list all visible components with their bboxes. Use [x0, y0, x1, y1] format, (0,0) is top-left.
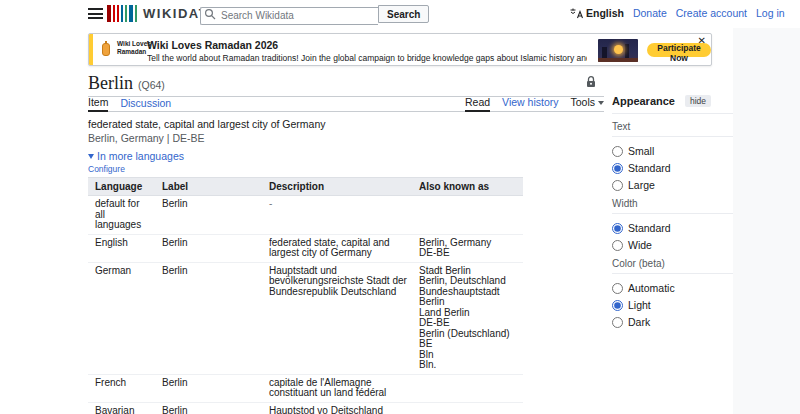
search-input[interactable]	[200, 7, 378, 25]
cell-also-known-as[interactable]	[413, 374, 523, 402]
cell-language: English	[88, 234, 156, 262]
hide-appearance-button[interactable]: hide	[685, 95, 711, 107]
main-content: Berlin(Q64) Item Discussion Read View hi…	[88, 70, 604, 414]
entity-id: (Q64)	[138, 79, 165, 91]
page-title-row: Berlin(Q64)	[88, 70, 604, 97]
tab-view-history[interactable]: View history	[502, 96, 558, 111]
top-header: WIKIDATA Search English Donate Create ac…	[0, 0, 800, 28]
close-icon[interactable]: ✕	[698, 36, 706, 46]
appearance-panel: Appearance hide Text Small Standard Larg…	[612, 95, 733, 328]
radio-option-color-light[interactable]: Light	[612, 299, 733, 311]
radio-text-small[interactable]	[612, 146, 623, 157]
appearance-section-width-label: Width	[612, 198, 733, 214]
radio-color-light[interactable]	[612, 300, 623, 311]
appearance-header: Appearance hide	[612, 95, 733, 114]
cell-language: Bavarian	[88, 402, 156, 414]
language-selector[interactable]: English	[570, 7, 624, 19]
entity-description: federated state, capital and largest cit…	[88, 118, 604, 130]
cell-language: French	[88, 374, 156, 402]
lock-icon	[586, 76, 596, 88]
appearance-title: Appearance	[612, 95, 675, 107]
collapse-triangle-icon	[88, 154, 94, 159]
column-header-also-known-as: Also known as	[413, 178, 523, 196]
table-row: Bavarian Berlin Hauptstod vo Deitschland	[88, 402, 523, 414]
radio-option-text-large[interactable]: Large	[612, 179, 733, 191]
radio-text-standard[interactable]	[612, 163, 623, 174]
cell-also-known-as[interactable]	[413, 402, 523, 414]
radio-width-wide[interactable]	[612, 240, 623, 251]
radio-option-text-small[interactable]: Small	[612, 145, 733, 157]
banner-subtitle: Tell the world about Ramadan traditions!…	[147, 53, 587, 63]
table-row: French Berlin capitale de l'Allemagne co…	[88, 374, 523, 402]
table-header-row: Language Label Description Also known as	[88, 178, 523, 196]
text-size-options: Small Standard Large	[612, 137, 733, 191]
page-background-strip	[733, 0, 800, 414]
page-title: Berlin	[88, 73, 133, 93]
cell-description[interactable]: capitale de l'Allemagne constituant un l…	[263, 374, 413, 402]
width-options: Standard Wide	[612, 214, 733, 251]
language-icon	[570, 8, 583, 19]
wikidata-logo-bars-icon	[107, 5, 137, 22]
article-tabs: Item Discussion Read View history Tools	[88, 97, 604, 112]
cell-label[interactable]: Berlin	[156, 374, 263, 402]
cell-also-known-as[interactable]: Berlin, Germany DE-BE	[413, 234, 523, 262]
in-more-languages-toggle[interactable]: In more languages	[88, 150, 604, 162]
cell-label[interactable]: Berlin	[156, 234, 263, 262]
cell-description[interactable]: Hauptstadt und bevölkerungsreichste Stad…	[263, 262, 413, 374]
radio-option-width-standard[interactable]: Standard	[612, 222, 733, 234]
radio-color-dark[interactable]	[612, 317, 623, 328]
radio-option-color-automatic[interactable]: Automatic	[612, 282, 733, 294]
cell-label[interactable]: Berlin	[156, 262, 263, 374]
search-button[interactable]: Search	[378, 5, 429, 23]
column-header-label: Label	[156, 178, 263, 196]
appearance-section-color-label: Color (beta)	[612, 258, 733, 274]
campaign-banner: Wiki Loves Ramadan Wiki Loves Ramadan 20…	[88, 33, 712, 66]
entity-aliases: Berlin, Germany | DE-BE	[88, 132, 604, 144]
lantern-icon	[102, 43, 110, 56]
banner-text-block: Wiki Loves Ramadan 2026 Tell the world a…	[147, 39, 587, 63]
cell-description[interactable]: -	[263, 196, 413, 235]
cell-language: default for all languages	[88, 196, 156, 235]
cell-description[interactable]: federated state, capital and largest cit…	[263, 234, 413, 262]
tab-discussion[interactable]: Discussion	[120, 97, 171, 111]
wikidata-page: WIKIDATA Search English Donate Create ac…	[0, 0, 800, 414]
hamburger-menu-icon[interactable]	[88, 8, 103, 19]
cell-language: German	[88, 262, 156, 374]
column-header-description: Description	[263, 178, 413, 196]
color-options: Automatic Light Dark	[612, 274, 733, 328]
radio-option-color-dark[interactable]: Dark	[612, 316, 733, 328]
table-row: German Berlin Hauptstadt und bevölkerung…	[88, 262, 523, 374]
tab-item[interactable]: Item	[88, 96, 108, 112]
banner-thumbnail-image	[598, 39, 638, 62]
table-row: English Berlin federated state, capital …	[88, 234, 523, 262]
appearance-section-text-label: Text	[612, 121, 733, 137]
log-in-link[interactable]: Log in	[756, 7, 785, 19]
radio-option-text-standard[interactable]: Standard	[612, 162, 733, 174]
radio-option-width-wide[interactable]: Wide	[612, 239, 733, 251]
banner-title: Wiki Loves Ramadan 2026	[147, 39, 587, 51]
banner-accent-stripe	[89, 34, 93, 65]
cell-also-known-as[interactable]: Stadt Berlin Berlin, Deutschland Bundesh…	[413, 262, 523, 374]
donate-link[interactable]: Donate	[633, 7, 667, 19]
cell-also-known-as[interactable]	[413, 196, 523, 235]
create-account-link[interactable]: Create account	[676, 7, 747, 19]
configure-link[interactable]: Configure	[88, 164, 604, 174]
cell-description[interactable]: Hauptstod vo Deitschland	[263, 402, 413, 414]
languages-table: Language Label Description Also known as…	[88, 177, 523, 414]
cell-label[interactable]: Berlin	[156, 402, 263, 414]
table-row: default for all languages Berlin -	[88, 196, 523, 235]
radio-width-standard[interactable]	[612, 223, 623, 234]
search-icon	[204, 8, 216, 20]
header-user-links: English Donate Create account Log in	[570, 7, 785, 19]
tab-read[interactable]: Read	[465, 96, 490, 112]
tab-tools[interactable]: Tools	[570, 96, 604, 111]
cell-label[interactable]: Berlin	[156, 196, 263, 235]
column-header-language: Language	[88, 178, 156, 196]
chevron-down-icon	[598, 101, 604, 105]
radio-text-large[interactable]	[612, 180, 623, 191]
search-bar: Search	[200, 5, 429, 23]
radio-color-automatic[interactable]	[612, 283, 623, 294]
